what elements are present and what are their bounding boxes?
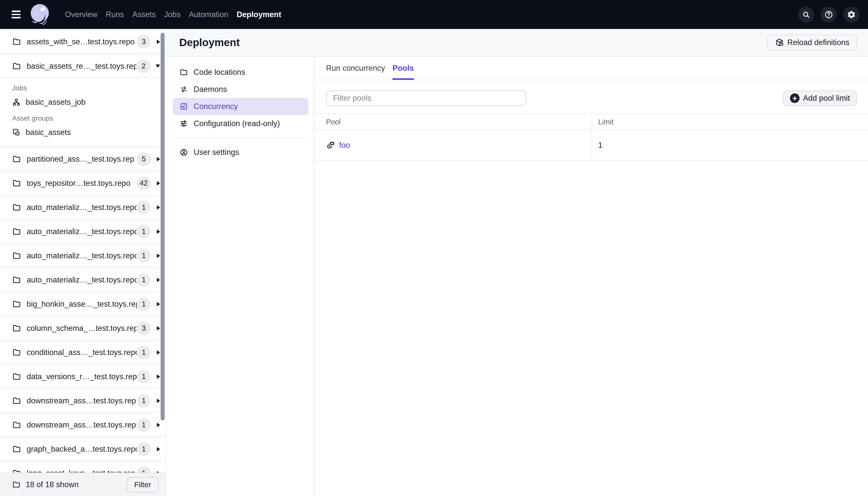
folder-icon: [12, 203, 21, 212]
nav-item-configuration[interactable]: Configuration (read-only): [173, 115, 309, 132]
folder-icon: [12, 62, 21, 71]
repo-name: downstream_ass…test.toys.rep: [27, 396, 137, 405]
repo-name: toys_repositor…test.toys.repo: [27, 179, 137, 188]
reload-definitions-button[interactable]: Reload definitions: [767, 35, 857, 50]
repo-name: graph_backed_a…test.toys.repo: [27, 445, 137, 454]
topnav-jobs[interactable]: Jobs: [164, 10, 180, 19]
limit-cell: 1: [592, 130, 868, 160]
tab-run-concurrency[interactable]: Run concurrency: [326, 57, 385, 80]
repo-row[interactable]: downstream_ass…test.toys.rep 1: [0, 389, 165, 412]
chevron-right-icon[interactable]: [157, 399, 160, 403]
chevron-right-icon[interactable]: [157, 326, 160, 330]
gear-icon[interactable]: [843, 6, 859, 23]
repo-count-badge: 1: [137, 370, 151, 384]
repo-count-badge: 1: [137, 225, 151, 238]
asset-group-label: basic_assets: [26, 128, 71, 137]
chevron-right-icon[interactable]: [157, 278, 160, 282]
repo-row[interactable]: auto_materializ…_test.toys.repo 1: [0, 220, 165, 243]
repo-row[interactable]: assets_with_se…test.toys.repo 3: [0, 30, 165, 53]
chevron-right-icon[interactable]: [157, 302, 160, 306]
nav-item-label: Concurrency: [193, 102, 238, 111]
repo-expanded-section: basic_assets_re…_test.toys.rep 2 Jobs ba…: [0, 55, 165, 146]
help-icon[interactable]: [821, 6, 837, 23]
chevron-down-icon[interactable]: [156, 64, 160, 68]
chevron-right-icon[interactable]: [157, 253, 160, 258]
dagster-logo[interactable]: [29, 2, 51, 27]
topnav-deployment[interactable]: Deployment: [237, 10, 281, 19]
repo-row[interactable]: toys_repositor…test.toys.repo 42: [0, 172, 165, 195]
nav-item-code-locations[interactable]: Code locations: [173, 64, 309, 81]
repo-count-badge: 1: [137, 418, 151, 432]
sidebar-scrollbar[interactable]: [161, 33, 164, 420]
repo-row[interactable]: big_honkin_asse…_test.toys.rep 1: [0, 293, 165, 315]
pools-table: Pool Limit: [314, 113, 868, 161]
add-pool-limit-label: Add pool limit: [803, 94, 850, 103]
repo-name: big_honkin_asse…_test.toys.rep: [27, 300, 137, 309]
repo-row[interactable]: column_schema_…test.toys.rep 3: [0, 317, 165, 340]
folder-icon: [12, 324, 21, 333]
repo-count-badge: 3: [137, 35, 151, 49]
repo-row[interactable]: downstream_ass…test.toys.rep 1: [0, 414, 165, 436]
repo-row[interactable]: data_versions_r…_test.toys.rep 1: [0, 365, 165, 388]
folder-icon: [12, 372, 21, 381]
tab-pools[interactable]: Pools: [393, 57, 414, 80]
repo-row[interactable]: graph_backed_a…test.toys.repo 1: [0, 438, 165, 461]
folder-icon: [12, 300, 21, 309]
repo-row[interactable]: auto_materializ…_test.toys.repo 1: [0, 196, 165, 219]
nav-item-user-settings[interactable]: User settings: [173, 144, 309, 161]
top-bar: Overview Runs Assets Jobs Automation Dep…: [0, 0, 868, 29]
job-icon: [12, 98, 21, 107]
chevron-right-icon[interactable]: [157, 157, 160, 161]
asset-group-icon: [12, 128, 21, 137]
deployment-content: Code locations Daemons Concurrency: [167, 57, 868, 496]
user-icon: [179, 148, 188, 157]
menu-icon[interactable]: [10, 9, 22, 20]
chevron-right-icon[interactable]: [157, 229, 160, 234]
repo-count-badge: 3: [137, 322, 151, 335]
pools-toolbar: + Add pool limit: [326, 90, 857, 106]
swap-arrows-icon: [179, 85, 188, 94]
repo-name: partitioned_ass…_test.toys.rep: [27, 155, 137, 164]
asset-group-item[interactable]: basic_assets: [12, 125, 160, 140]
folder-icon: [12, 37, 21, 46]
repo-rows: partitioned_ass…_test.toys.rep 5 toys_re…: [0, 148, 165, 485]
nav-item-concurrency[interactable]: Concurrency: [173, 98, 309, 115]
pool-link[interactable]: foo: [339, 141, 350, 150]
topnav-assets[interactable]: Assets: [132, 10, 156, 19]
repo-name: data_versions_r…_test.toys.rep: [27, 372, 137, 381]
filter-button[interactable]: Filter: [127, 477, 159, 493]
repo-row[interactable]: basic_assets_re…_test.toys.rep 2: [0, 55, 165, 78]
repo-name: auto_materializ…_test.toys.repo: [27, 203, 137, 212]
topnav-runs[interactable]: Runs: [106, 10, 124, 19]
column-header-pool: Pool: [314, 114, 592, 130]
repo-count-badge: 1: [137, 394, 151, 408]
repo-name: auto_materializ…_test.toys.repo: [27, 251, 137, 260]
sliders-icon: [179, 119, 188, 128]
filter-pools-input[interactable]: [326, 90, 526, 106]
chevron-right-icon[interactable]: [157, 374, 160, 379]
add-pool-limit-button[interactable]: + Add pool limit: [783, 90, 857, 106]
pool-cell: foo: [314, 130, 592, 160]
job-item[interactable]: basic_assets_job: [12, 94, 160, 110]
repo-row[interactable]: auto_materializ…_test.toys.repo 1: [0, 244, 165, 267]
chevron-right-icon[interactable]: [157, 181, 160, 186]
folder-icon: [12, 251, 21, 260]
job-label: basic_assets_job: [26, 98, 85, 107]
chevron-right-icon[interactable]: [157, 423, 160, 427]
folder-icon: [12, 445, 21, 454]
repo-row[interactable]: conditional_ass…_test.toys.repo 1: [0, 341, 165, 364]
chevron-right-icon[interactable]: [157, 40, 160, 44]
chevron-right-icon[interactable]: [157, 447, 160, 451]
chevron-right-icon[interactable]: [157, 350, 160, 355]
repo-count-badge: 1: [137, 273, 151, 287]
search-icon[interactable]: [798, 6, 814, 23]
repo-name: assets_with_se…test.toys.repo: [27, 37, 137, 46]
chevron-right-icon[interactable]: [157, 205, 160, 210]
concurrency-icon: [179, 102, 188, 111]
nav-item-daemons[interactable]: Daemons: [173, 81, 309, 98]
repo-count-badge: 1: [137, 249, 151, 263]
repo-row[interactable]: auto_materializ…_test.toys.repo 1: [0, 268, 165, 291]
topnav-overview[interactable]: Overview: [65, 10, 97, 19]
topnav-automation[interactable]: Automation: [189, 10, 228, 19]
repo-row[interactable]: partitioned_ass…_test.toys.rep 5: [0, 148, 165, 170]
